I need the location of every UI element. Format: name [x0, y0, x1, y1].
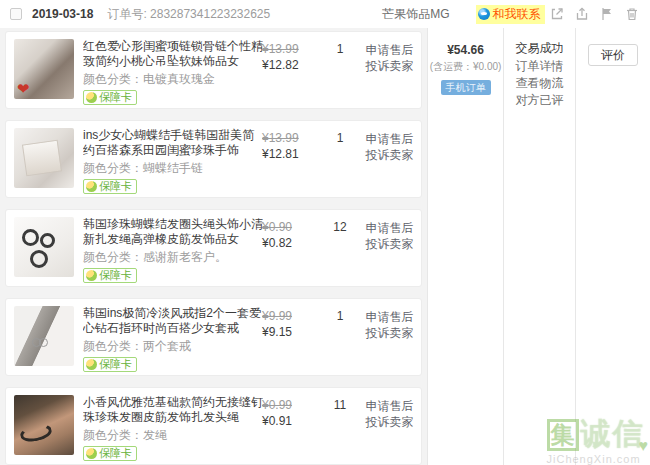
order-item-row: 韩国ins极简冷淡风戒指2个一套爱心钻石指环时尚百搭少女套戒J118 [交易快照… — [5, 298, 422, 376]
order-date: 2019-03-18 — [32, 7, 93, 21]
wangwang-icon — [478, 8, 490, 20]
products-column: ❤ 红色爱心形闺蜜项链锁骨链个性精致简约小桃心吊坠软妹饰品女X147 [交易快照… — [0, 28, 427, 465]
product-title-link[interactable]: ins少女心蝴蝶结手链韩国甜美简约百搭森系田园闺蜜珍珠手饰S148 [交易快照] — [83, 128, 263, 158]
order-page: 2019-03-18 订单号: 283287341223232625 芒果饰品M… — [0, 0, 650, 465]
actual-price: ¥9.15 — [262, 324, 318, 340]
share-icon[interactable] — [574, 6, 590, 22]
quantity-cell: 1 — [318, 306, 362, 368]
order-number: 订单号: 283287341223232625 — [107, 6, 270, 23]
order-item-row: 小香风优雅范基础款简约无接缝钉珠珍珠发圈皮筋发饰扎发头绳F035 [交易快照] … — [5, 387, 422, 465]
order-number-label: 订单号: — [107, 7, 146, 21]
red-heart-decoration: ❤ — [17, 80, 30, 98]
apply-aftersale-link[interactable]: 申请售后 — [362, 220, 417, 236]
export-icon[interactable] — [549, 6, 565, 22]
warranty-badge-label: 保障卡 — [99, 446, 132, 461]
quantity-cell: 1 — [318, 39, 362, 101]
apply-aftersale-link[interactable]: 申请售后 — [362, 131, 417, 147]
product-thumbnail[interactable] — [14, 306, 74, 366]
apply-aftersale-link[interactable]: 申请售后 — [362, 42, 417, 58]
price-cell: ¥13.99 ¥12.81 — [262, 128, 318, 190]
warranty-leaf-icon — [86, 270, 97, 281]
quantity-cell: 12 — [318, 217, 362, 279]
order-item-row: ins少女心蝴蝶结手链韩国甜美简约百搭森系田园闺蜜珍珠手饰S148 [交易快照]… — [5, 120, 422, 198]
trash-icon[interactable] — [624, 6, 640, 22]
order-detail-link[interactable]: 订单详情 — [504, 59, 575, 73]
order-number-value: 283287341223232625 — [150, 7, 270, 21]
warranty-leaf-icon — [86, 448, 97, 459]
product-thumbnail[interactable] — [14, 128, 74, 188]
warranty-badge[interactable]: 保障卡 — [83, 446, 137, 461]
shop-name-link[interactable]: 芒果饰品MG — [382, 6, 449, 23]
complain-seller-link[interactable]: 投诉卖家 — [362, 236, 417, 252]
apply-aftersale-link[interactable]: 申请售后 — [362, 309, 417, 325]
order-item-row: ❤ 红色爱心形闺蜜项链锁骨链个性精致简约小桃心吊坠软妹饰品女X147 [交易快照… — [5, 31, 422, 109]
header-action-icons — [549, 6, 640, 22]
original-price: ¥13.99 — [262, 42, 318, 57]
contact-seller-link[interactable]: 和我联系 — [476, 5, 545, 24]
aftersale-cell: 申请售后 投诉卖家 — [362, 217, 417, 279]
complain-seller-link[interactable]: 投诉卖家 — [362, 58, 417, 74]
hair-tie-decoration — [40, 233, 55, 248]
warranty-badge[interactable]: 保障卡 — [83, 90, 137, 105]
status-column: 交易成功 订单详情 查看物流 对方已评 — [503, 28, 575, 465]
warranty-badge[interactable]: 保障卡 — [83, 179, 137, 194]
product-info: 红色爱心形闺蜜项链锁骨链个性精致简约小桃心吊坠软妹饰品女X147 [交易快照] … — [74, 39, 262, 101]
price-cell: ¥0.90 ¥0.82 — [262, 217, 318, 279]
warranty-leaf-icon — [86, 181, 97, 192]
complain-seller-link[interactable]: 投诉卖家 — [362, 414, 417, 430]
order-item-row: 韩国珍珠蝴蝶结发圈头绳头饰小清新扎发绳高弹橡皮筋发饰品女F049 [交易快照] … — [5, 209, 422, 287]
original-price: ¥9.99 — [262, 309, 318, 324]
price-cell: ¥9.99 ¥9.15 — [262, 306, 318, 368]
action-column: 评价 — [575, 28, 650, 465]
ring-decoration — [39, 338, 48, 347]
product-thumbnail[interactable]: ❤ — [14, 39, 74, 99]
flag-icon[interactable] — [599, 6, 615, 22]
order-total: ¥54.66 — [428, 43, 503, 57]
product-info: 小香风优雅范基础款简约无接缝钉珠珍珠发圈皮筋发饰扎发头绳F035 [交易快照] … — [74, 395, 262, 457]
trade-status: 交易成功 — [504, 41, 575, 56]
product-sku: 颜色分类：感谢新老客户。 — [83, 251, 262, 264]
complain-seller-link[interactable]: 投诉卖家 — [362, 147, 417, 163]
product-title-link[interactable]: 韩国ins极简冷淡风戒指2个一套爱心钻石指环时尚百搭少女套戒J118 [交易快照… — [83, 306, 263, 336]
order-header: 2019-03-18 订单号: 283287341223232625 芒果饰品M… — [0, 0, 650, 28]
product-thumbnail[interactable] — [14, 395, 74, 455]
shipping-note: (含运费：¥0.00) — [428, 60, 503, 74]
product-sku: 颜色分类：电镀真玫瑰金 — [83, 73, 262, 86]
complain-seller-link[interactable]: 投诉卖家 — [362, 325, 417, 341]
hair-tie-decoration — [30, 250, 48, 268]
product-sku: 颜色分类：两个套戒 — [83, 340, 262, 353]
view-logistics-link[interactable]: 查看物流 — [504, 76, 575, 90]
product-info: 韩国珍珠蝴蝶结发圈头绳头饰小清新扎发绳高弹橡皮筋发饰品女F049 [交易快照] … — [74, 217, 262, 279]
warranty-leaf-icon — [86, 359, 97, 370]
price-cell: ¥0.99 ¥0.91 — [262, 395, 318, 457]
product-thumbnail[interactable] — [14, 217, 74, 277]
product-info: 韩国ins极简冷淡风戒指2个一套爱心钻石指环时尚百搭少女套戒J118 [交易快照… — [74, 306, 262, 368]
aftersale-cell: 申请售后 投诉卖家 — [362, 39, 417, 101]
warranty-badge[interactable]: 保障卡 — [83, 268, 137, 283]
quantity-cell: 11 — [318, 395, 362, 457]
warranty-leaf-icon — [86, 92, 97, 103]
order-body: ❤ 红色爱心形闺蜜项链锁骨链个性精致简约小桃心吊坠软妹饰品女X147 [交易快照… — [0, 28, 650, 465]
aftersale-cell: 申请售后 投诉卖家 — [362, 395, 417, 457]
aftersale-cell: 申请售后 投诉卖家 — [362, 306, 417, 368]
peer-reviewed-link[interactable]: 对方已评 — [504, 93, 575, 107]
actual-price: ¥0.82 — [262, 235, 318, 251]
aftersale-cell: 申请售后 投诉卖家 — [362, 128, 417, 190]
mobile-order-badge: 手机订单 — [441, 80, 491, 95]
product-info: ins少女心蝴蝶结手链韩国甜美简约百搭森系田园闺蜜珍珠手饰S148 [交易快照]… — [74, 128, 262, 190]
total-column: ¥54.66 (含运费：¥0.00) 手机订单 — [427, 28, 503, 465]
order-checkbox[interactable] — [10, 8, 22, 20]
evaluate-button[interactable]: 评价 — [588, 44, 638, 66]
product-title-link[interactable]: 红色爱心形闺蜜项链锁骨链个性精致简约小桃心吊坠软妹饰品女X147 [交易快照] — [83, 39, 263, 69]
actual-price: ¥0.91 — [262, 413, 318, 429]
warranty-badge[interactable]: 保障卡 — [83, 357, 137, 372]
product-title-link[interactable]: 韩国珍珠蝴蝶结发圈头绳头饰小清新扎发绳高弹橡皮筋发饰品女F049 [交易快照] — [83, 217, 263, 247]
product-title-link[interactable]: 小香风优雅范基础款简约无接缝钉珠珍珠发圈皮筋发饰扎发头绳F035 [交易快照] — [83, 395, 263, 425]
apply-aftersale-link[interactable]: 申请售后 — [362, 398, 417, 414]
original-price: ¥13.99 — [262, 131, 318, 146]
original-price: ¥0.90 — [262, 220, 318, 235]
warranty-badge-label: 保障卡 — [99, 90, 132, 105]
hair-tie-decoration — [22, 229, 39, 246]
actual-price: ¥12.82 — [262, 57, 318, 73]
quantity-cell: 1 — [318, 128, 362, 190]
